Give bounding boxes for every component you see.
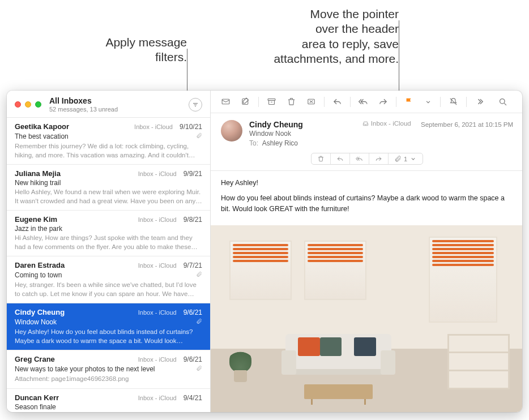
close-window-button[interactable] — [15, 101, 21, 108]
message-subject: Coming to town — [15, 271, 193, 279]
message-subject: New hiking trail — [15, 179, 202, 187]
header-delete-button[interactable] — [312, 153, 331, 164]
message-subject: New ways to take your photos to the next… — [15, 365, 193, 373]
archive-button[interactable] — [262, 95, 281, 109]
message-item[interactable]: Juliana MejiaInbox - iCloud9/9/21New hik… — [7, 165, 210, 211]
svg-rect-3 — [222, 99, 229, 104]
message-mailbox: Inbox - iCloud — [138, 356, 177, 363]
message-date: 9/6/21 — [184, 355, 202, 363]
paperclip-icon — [394, 155, 402, 162]
inbox-tray-icon — [362, 121, 369, 127]
message-preview: Remember this journey? We did a lot: roc… — [15, 142, 202, 160]
mute-icon — [449, 97, 458, 106]
message-sender: Greg Crane — [15, 355, 135, 363]
paperclip-icon — [196, 269, 202, 280]
reply-all-icon — [356, 155, 363, 162]
message-sender: Eugene Kim — [15, 215, 135, 224]
message-date: 9/7/21 — [184, 262, 202, 269]
junk-icon — [306, 97, 316, 106]
message-subject: Season finale — [15, 403, 202, 411]
mute-button[interactable] — [444, 95, 463, 109]
minimize-window-button[interactable] — [25, 101, 31, 108]
message-date: 9/10/21 — [180, 123, 202, 131]
message-subject: The best vacation — [15, 132, 193, 140]
reply-button[interactable] — [328, 95, 347, 109]
more-icon — [475, 97, 484, 106]
filter-button[interactable] — [189, 98, 202, 112]
flag-menu-button[interactable] — [420, 96, 437, 108]
toolbar — [211, 91, 522, 113]
svg-rect-5 — [268, 99, 275, 101]
message-sender: Cindy Cheung — [15, 308, 135, 316]
message-item[interactable]: Daren EstradaInbox - iCloud9/7/21Coming … — [7, 256, 210, 303]
message-item[interactable]: Eugene KimInbox - iCloud9/8/21Jazz in th… — [7, 211, 210, 256]
reply-all-icon — [359, 97, 368, 106]
paperclip-icon — [196, 131, 202, 141]
trash-icon — [287, 97, 296, 106]
header-attachments-button[interactable]: 1 — [389, 153, 423, 164]
message-list[interactable]: Geetika KapoorInbox - iCloud9/10/21The b… — [7, 118, 210, 412]
inbox-header: All Inboxes 52 messages, 13 unread — [7, 91, 210, 118]
message-viewer-pane: Cindy Cheung Window Nook To: Ashley Rico… — [211, 91, 522, 412]
chevron-down-icon — [409, 155, 417, 162]
inbox-subtitle: 52 messages, 13 unread — [49, 106, 184, 113]
inbox-title: All Inboxes — [49, 96, 184, 105]
viewer-date: September 6, 2021 at 10:15 PM — [421, 121, 513, 128]
filter-icon — [192, 101, 199, 108]
get-mail-button[interactable] — [216, 95, 235, 109]
message-mailbox: Inbox - iCloud — [134, 123, 173, 130]
viewer-subject: Window Nook — [249, 130, 356, 138]
archive-icon — [267, 97, 276, 106]
message-body: Hey Ashley! How do you feel about blinds… — [211, 171, 522, 225]
callout-header-text: Move the pointer over the header area to… — [229, 7, 399, 66]
message-mailbox: Inbox - iCloud — [138, 309, 177, 316]
search-button[interactable] — [493, 95, 512, 109]
message-sender: Geetika Kapoor — [15, 122, 131, 131]
viewer-mailbox: Inbox - iCloud — [362, 120, 411, 127]
paperclip-icon — [196, 316, 202, 327]
mail-window: All Inboxes 52 messages, 13 unread Geeti… — [7, 91, 522, 412]
header-reply-all-button[interactable] — [350, 153, 369, 164]
header-forward-button[interactable] — [369, 153, 389, 164]
message-mailbox: Inbox - iCloud — [138, 216, 177, 223]
message-preview: Attachment: page1image46962368.png — [15, 375, 202, 384]
body-line-2: How do you feel about blinds instead of … — [221, 193, 512, 215]
svg-point-8 — [500, 99, 505, 104]
more-button[interactable] — [470, 95, 489, 109]
message-date: 9/4/21 — [184, 394, 202, 402]
message-sender: Juliana Mejia — [15, 169, 135, 178]
message-list-pane: All Inboxes 52 messages, 13 unread Geeti… — [7, 91, 211, 412]
to-name: Ashley Rico — [262, 139, 298, 147]
compose-icon — [241, 97, 250, 106]
zoom-window-button[interactable] — [35, 101, 41, 108]
compose-button[interactable] — [236, 95, 255, 109]
sender-avatar[interactable] — [221, 120, 242, 142]
message-date: 9/6/21 — [184, 308, 202, 316]
message-sender: Duncan Kerr — [15, 393, 135, 402]
header-reply-button[interactable] — [331, 153, 350, 164]
body-line-1: Hey Ashley! — [221, 178, 512, 188]
forward-icon — [378, 97, 388, 106]
flag-button[interactable] — [400, 95, 419, 109]
viewer-sender-name: Cindy Cheung — [249, 120, 356, 129]
message-subject: Window Nook — [15, 318, 193, 326]
message-subject: Jazz in the park — [15, 225, 202, 233]
message-item[interactable]: Duncan KerrInbox - iCloud9/4/21Season fi… — [7, 389, 210, 412]
junk-button[interactable] — [302, 95, 321, 109]
reply-icon — [336, 155, 344, 162]
message-header: Cindy Cheung Window Nook To: Ashley Rico… — [211, 113, 522, 171]
message-mailbox: Inbox - iCloud — [138, 395, 177, 401]
attachment-image[interactable] — [211, 225, 522, 412]
chevron-down-icon — [424, 98, 432, 106]
viewer-recipients: To: Ashley Rico — [249, 139, 356, 147]
forward-button[interactable] — [374, 95, 393, 109]
delete-button[interactable] — [282, 95, 301, 109]
forward-icon — [375, 155, 382, 162]
paperclip-icon — [196, 363, 202, 374]
message-item[interactable]: Greg CraneInbox - iCloud9/6/21New ways t… — [7, 350, 210, 389]
to-label: To: — [249, 139, 258, 147]
reply-all-button[interactable] — [354, 95, 373, 109]
message-item[interactable]: Cindy CheungInbox - iCloud9/6/21Window N… — [7, 303, 210, 350]
message-item[interactable]: Geetika KapoorInbox - iCloud9/10/21The b… — [7, 118, 210, 165]
flag-icon — [404, 97, 414, 106]
